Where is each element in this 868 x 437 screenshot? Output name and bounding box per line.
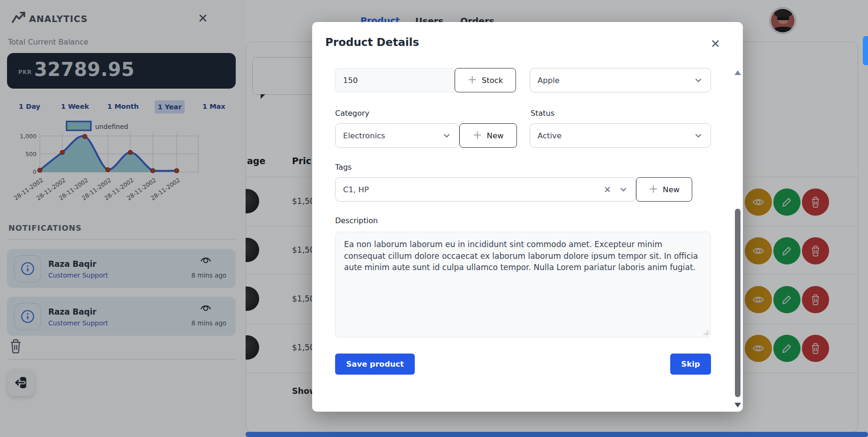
tags-combobox[interactable]: C1, HP ✕ — [335, 177, 636, 202]
save-product-label: Save product — [346, 360, 404, 369]
brand-value: Apple — [538, 76, 560, 85]
add-stock-label: Stock — [482, 76, 503, 85]
plus-icon: + — [649, 183, 658, 195]
stock-value: 150 — [343, 76, 358, 85]
tags-value: C1, HP — [343, 185, 369, 194]
add-stock-button[interactable]: + Stock — [455, 68, 516, 92]
modal-close-icon[interactable]: ✕ — [711, 38, 720, 50]
page-scrollbar-thumb[interactable] — [863, 36, 868, 65]
new-tag-label: New — [663, 185, 680, 194]
scroll-down-arrow[interactable] — [734, 403, 741, 407]
modal-title: Product Details — [325, 36, 419, 48]
category-select[interactable]: Electronics — [335, 123, 459, 148]
skip-label: Skip — [681, 360, 700, 369]
product-details-modal: Product Details ✕ 150 + Stock Apple Cate… — [312, 22, 743, 412]
plus-icon: + — [472, 129, 482, 141]
chevron-down-icon — [694, 131, 703, 140]
chevron-down-icon[interactable] — [619, 185, 628, 194]
tags-clear-icon[interactable]: ✕ — [604, 185, 611, 194]
save-product-button[interactable]: Save product — [335, 354, 415, 375]
stock-input[interactable]: 150 — [335, 68, 455, 92]
skip-button[interactable]: Skip — [670, 354, 711, 375]
chevron-down-icon — [694, 75, 703, 85]
new-category-label: New — [487, 131, 504, 140]
status-label: Status — [531, 109, 554, 118]
category-value: Electronics — [343, 131, 385, 140]
status-value: Active — [538, 131, 561, 140]
plus-icon: + — [468, 74, 477, 85]
new-category-button[interactable]: + New — [459, 123, 517, 148]
tags-label: Tags — [335, 163, 352, 172]
description-textarea[interactable]: Ea non laborum laborum eu in incididunt … — [335, 232, 711, 338]
category-label: Category — [335, 109, 369, 118]
scroll-up-arrow[interactable] — [734, 70, 741, 75]
resize-grip-icon[interactable] — [703, 330, 709, 335]
status-select[interactable]: Active — [530, 123, 711, 148]
description-label: Description — [335, 216, 378, 225]
modal-scrollbar-thumb[interactable] — [735, 209, 741, 397]
brand-select[interactable]: Apple — [530, 68, 711, 92]
screen: Product Users Orders age Pric $1,50 $1,5… — [0, 0, 868, 437]
new-tag-button[interactable]: + New — [636, 177, 692, 202]
description-text: Ea non laborum laborum eu in incididunt … — [344, 240, 698, 272]
chevron-down-icon — [442, 131, 451, 140]
